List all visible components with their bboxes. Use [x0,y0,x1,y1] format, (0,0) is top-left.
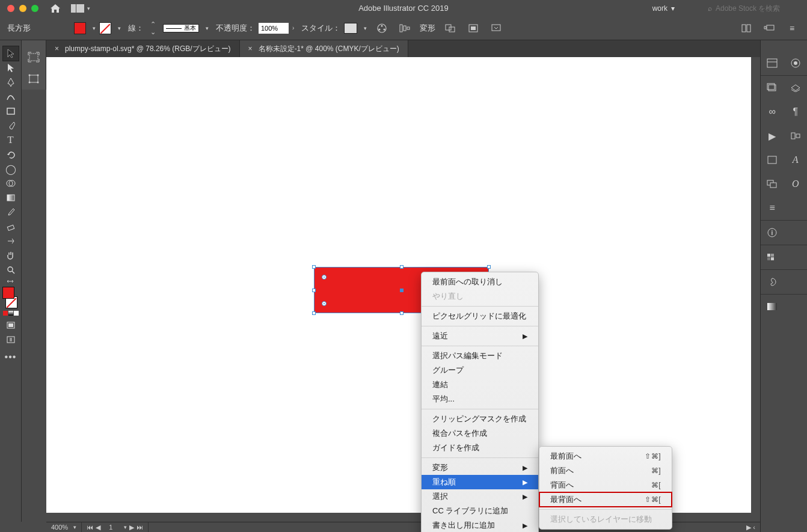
layers-panel-icon[interactable] [761,76,784,100]
asset-export-panel-icon[interactable]: ∞ [761,100,784,124]
properties-panel-icon[interactable] [761,51,784,75]
stroke-panel-icon[interactable]: ≡ [761,196,784,220]
scroll-left-icon[interactable]: ▶ ‹ [741,522,760,532]
swap-fill-stroke-icon[interactable] [3,277,19,286]
document-tab[interactable]: × plumpy-stamp-ol.svg* @ 78.26% (RGB/プレビ… [46,40,240,57]
scissors-tool[interactable] [3,234,19,248]
screen-mode-tool[interactable] [3,318,19,332]
zoom-field[interactable]: 400%▾ [46,522,82,532]
resize-handle[interactable] [312,311,316,315]
color-mode-gradient[interactable] [8,311,13,316]
menu-item-bring-forward[interactable]: 前面へ⌘] [539,463,672,478]
hand-tool[interactable] [3,248,19,263]
menu-item-cc-library[interactable]: CC ライブラリに追加 [422,504,538,518]
menu-item-send-to-back[interactable]: 最背面へ⇧⌘[ [539,492,672,507]
arrange-docs-icon[interactable] [738,20,754,36]
resize-handle[interactable] [312,265,316,269]
home-icon[interactable] [51,4,60,13]
menu-item-make-guides[interactable]: ガイドを作成 [422,441,538,455]
dropdown-icon[interactable] [488,20,504,36]
zoom-tool[interactable] [3,263,19,277]
opacity-field[interactable]: 100% [259,23,289,34]
appearance-panel-icon[interactable] [784,51,808,75]
fill-color-swatch[interactable] [74,22,86,34]
free-transform-tool[interactable] [26,68,41,90]
shape-mode-icon[interactable] [443,20,458,36]
menu-item-perspective[interactable]: 遠近▶ [422,329,538,343]
close-window-button[interactable] [7,5,14,12]
search-input[interactable] [716,4,800,13]
menu-item-average[interactable]: 平均... [422,392,538,406]
shape-builder-tool[interactable] [3,176,19,191]
menu-icon[interactable]: ≡ [784,20,800,36]
direct-selection-tool[interactable] [3,61,19,75]
swatches-panel-icon[interactable] [761,245,784,269]
fullscreen-window-button[interactable] [31,5,38,12]
menu-item-group[interactable]: グループ [422,363,538,378]
menu-item-arrange[interactable]: 重ね順▶ [422,475,538,489]
gpu-preview-icon[interactable] [761,20,777,36]
menu-item-transform[interactable]: 変形▶ [422,460,538,475]
close-tab-icon[interactable]: × [248,44,253,53]
edit-toolbar-button[interactable] [3,332,19,347]
transform-label[interactable]: 変形 [420,23,435,34]
eraser-tool[interactable] [3,219,19,234]
vertical-scrollbar[interactable] [751,57,760,513]
color-mode-solid[interactable] [3,311,8,316]
canvas[interactable] [46,57,751,513]
pathfinder-panel-icon[interactable] [761,172,784,196]
eyedropper-tool[interactable] [3,205,19,219]
chevron-down-icon[interactable]: ▾ [364,25,367,31]
fill-indicator[interactable] [2,287,14,299]
document-tab[interactable]: × 名称未設定-1* @ 400% (CMYK/プレビュー) [240,40,408,57]
resize-handle[interactable] [312,289,316,292]
stroke-weight-stepper[interactable]: ⌃⌄ [150,20,156,36]
rectangle-tool[interactable] [3,104,19,118]
chevron-down-icon[interactable]: ▾ [87,5,90,11]
next-icon[interactable]: ▶ [129,524,134,531]
first-icon[interactable]: ⏮ [87,524,93,531]
ellipse-tool[interactable]: ◯ [3,162,19,176]
chevron-down-icon[interactable]: ▾ [93,25,96,31]
prev-icon[interactable]: ◀ [96,524,100,531]
type-tool[interactable]: T [3,133,19,147]
type-character-icon[interactable]: A [784,148,808,172]
actions-panel-icon[interactable]: ▶ [761,124,784,148]
color-mode-none[interactable] [14,311,19,316]
menu-item-send-backward[interactable]: 背面へ⌘[ [539,478,672,492]
paintbrush-tool[interactable] [3,118,19,133]
pen-tool[interactable] [3,75,19,90]
artboard-nav[interactable]: ⏮ ◀ 1 ▾ ▶ ⏭ [82,522,149,532]
last-icon[interactable]: ⏭ [137,524,143,531]
gradient-tool[interactable] [3,191,19,205]
links-panel-icon[interactable]: ¶ [784,100,808,124]
menu-item-clipping-mask[interactable]: クリッピングマスクを作成 [422,412,538,426]
close-tab-icon[interactable]: × [55,44,59,53]
more-tools-icon[interactable]: ••• [0,352,21,362]
chevron-right-icon[interactable]: › [292,25,294,31]
artboards-panel-icon[interactable] [761,148,784,172]
info-panel-icon[interactable]: i [761,221,784,245]
center-point[interactable] [400,289,404,292]
resize-handle[interactable] [400,311,404,315]
anchor-point[interactable] [322,301,327,306]
recolor-icon[interactable] [374,20,390,36]
stroke-style-dropdown[interactable]: 基本 [163,24,199,32]
menu-item-undo[interactable]: 最前面への取り消し [422,275,538,289]
rotate-tool[interactable] [3,147,19,162]
chevron-down-icon[interactable]: ▾ [118,25,121,31]
resize-handle[interactable] [487,265,491,269]
menu-item-pixel-grid[interactable]: ピクセルグリッドに最適化 [422,309,538,323]
selection-tool[interactable] [3,46,19,61]
color-panel-icon[interactable] [761,270,784,294]
chevron-down-icon[interactable]: ▾ [206,25,209,31]
menu-item-join[interactable]: 連結 [422,378,538,392]
transparency-panel-icon[interactable]: O [784,172,808,196]
resize-handle[interactable] [400,265,404,269]
menu-item-select[interactable]: 選択▶ [422,489,538,504]
menu-item-compound-path[interactable]: 複合パスを作成 [422,426,538,441]
fill-stroke-indicator[interactable] [2,287,19,308]
graphic-style-swatch[interactable] [344,23,357,34]
menu-item-export-add[interactable]: 書き出し用に追加▶ [422,518,538,532]
layout-switcher-icon[interactable] [71,4,84,13]
